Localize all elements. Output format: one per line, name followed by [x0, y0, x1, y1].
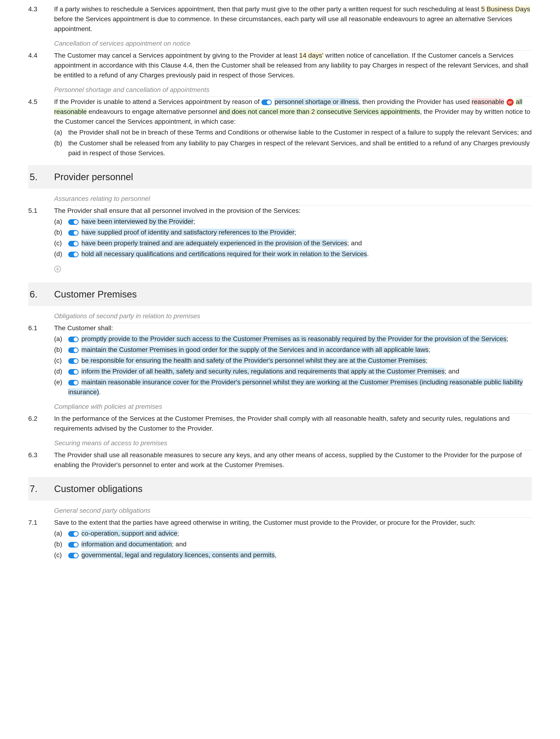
text: The Customer may cancel a [54, 52, 138, 59]
sub-clause-c: (c) governmental, legal and regulatory l… [54, 550, 532, 560]
optional-phrase[interactable]: and does not cancel more than 2 consecut… [219, 108, 420, 115]
or-badge-icon[interactable]: or [507, 99, 514, 106]
defined-term-charges[interactable]: Charges [230, 139, 255, 147]
clause-4-4: 4.4 The Customer may cancel a Services a… [28, 50, 532, 80]
sub-clause-a: (a) promptly provide to the Provider suc… [54, 334, 532, 344]
sub-clause-list: (a) have been interviewed by the Provide… [54, 216, 532, 259]
editable-field-days[interactable]: 5 Business Days [481, 5, 530, 13]
defined-term-customer-premises[interactable]: Customer Premises [119, 346, 177, 353]
alternative-option-a[interactable]: reasonable [471, 98, 504, 105]
optional-text[interactable]: information and documentation [82, 541, 172, 548]
optional-text[interactable]: promptly provide to the Provider such ac… [82, 335, 507, 342]
sub-letter: (c) [54, 238, 68, 248]
defined-term-services[interactable]: Services [158, 98, 183, 106]
toggle-switch[interactable] [68, 336, 79, 342]
editable-field-count[interactable]: 2 [311, 108, 315, 116]
optional-text[interactable]: have been properly trained and are adequ… [82, 240, 347, 247]
defined-term-customer-premises[interactable]: Customer Premises [54, 289, 137, 300]
text: previously paid in respect of those [164, 71, 268, 79]
text: appointments [379, 108, 420, 115]
optional-text[interactable]: have supplied proof of identity and sati… [82, 229, 295, 236]
toggle-switch[interactable] [68, 553, 79, 558]
add-clause-icon[interactable] [54, 266, 61, 273]
sub-clause-a: (a) have been interviewed by the Provide… [54, 216, 532, 227]
optional-text[interactable]: personnel shortage or illness [275, 98, 359, 105]
toggle-switch[interactable] [68, 542, 79, 548]
optional-text[interactable]: maintain reasonable insurance cover for … [68, 379, 523, 396]
clause-5-1: 5.1 The Provider shall ensure that all p… [28, 206, 532, 259]
defined-term-services[interactable]: Services [342, 250, 367, 258]
text: and does not cancel more than [219, 108, 311, 115]
optional-text[interactable]: inform the Provider of all health, safet… [82, 367, 445, 375]
defined-term-services[interactable]: Services [487, 15, 512, 23]
toggle-switch[interactable] [68, 219, 79, 225]
text: appointment is due to commence. In these… [111, 15, 487, 23]
sub-letter: (b) [54, 539, 68, 549]
defined-term-services[interactable]: Services [138, 149, 163, 157]
defined-term-customer-premises[interactable]: Customer Premises [360, 379, 418, 386]
section-header-7: 7. Customer obligations [28, 477, 532, 500]
optional-text[interactable]: maintain the Customer Premises in good o… [82, 346, 428, 353]
defined-term-customer-premises[interactable]: Customer Premises [233, 335, 291, 343]
toggle-switch[interactable] [68, 369, 79, 375]
text: ; [177, 530, 179, 537]
text: promptly provide to the Provider such ac… [82, 335, 233, 342]
defined-term-customer-premises[interactable]: Customer Premises [175, 415, 233, 422]
optional-text[interactable]: be responsible for ensuring the health a… [82, 357, 426, 364]
defined-term-clause-ref[interactable]: this Clause 4.4 [149, 61, 192, 69]
sub-body: promptly provide to the Provider such ac… [68, 334, 532, 344]
defined-term-services[interactable]: Services [492, 129, 517, 136]
defined-term-services[interactable]: Services [273, 207, 299, 214]
defined-term-services[interactable]: Services [138, 52, 163, 59]
text: appointment by reason of [183, 98, 261, 105]
defined-term-customer-premises[interactable]: Customer Premises [387, 367, 445, 375]
text: ; and [347, 240, 362, 247]
defined-term-services[interactable]: Services [130, 415, 155, 422]
optional-text[interactable]: have been interviewed by the Provider [82, 218, 193, 225]
defined-term-services[interactable]: Services [354, 108, 379, 116]
toggle-switch[interactable] [68, 241, 79, 247]
toggle-switch[interactable] [261, 100, 272, 105]
optional-text[interactable]: hold all necessary qualifications and ce… [82, 250, 367, 258]
defined-term-customer-premises[interactable]: Customer Premises [225, 461, 282, 469]
toggle-switch[interactable] [68, 380, 79, 386]
text: appointment, in which case: [153, 118, 236, 125]
toggle-switch[interactable] [68, 230, 79, 236]
defined-term-charges[interactable]: Charges [373, 61, 397, 69]
clause-7-1: 7.1 Save to the extent that the parties … [28, 518, 532, 560]
defined-term-services[interactable]: Services [150, 5, 175, 13]
defined-term-charges[interactable]: Charges [140, 71, 164, 79]
sub-letter: (b) [54, 138, 68, 158]
clause-6-1: 6.1 The Customer shall: (a) promptly pro… [28, 323, 532, 397]
clause-number: 6.2 [28, 414, 54, 433]
defined-term-services[interactable]: Services [473, 61, 498, 69]
defined-term-services[interactable]: Services [268, 71, 293, 79]
text: . [163, 149, 165, 157]
optional-text[interactable]: co-operation, support and advice [82, 530, 177, 537]
clause-body: The Customer shall: (a) promptly provide… [54, 323, 532, 397]
defined-term-customer-premises[interactable]: Customer Premises [368, 357, 426, 364]
section-header-5: 5. Provider personnel [28, 165, 532, 189]
sub-body: have been properly trained and are adequ… [68, 238, 532, 248]
defined-term-services[interactable]: Services [481, 335, 506, 343]
defined-term-services[interactable]: Services [279, 346, 304, 353]
section-title: Customer Premises [54, 287, 137, 301]
defined-term-services[interactable]: Services [322, 240, 347, 247]
toggle-switch[interactable] [68, 358, 79, 364]
defined-term-services[interactable]: Services [86, 15, 111, 23]
document-page: 4.3 If a party wishes to reschedule a Se… [0, 0, 560, 573]
defined-term-services[interactable]: Services [488, 52, 514, 59]
toggle-switch[interactable] [68, 531, 79, 537]
clause-annotation: Obligations of second party in relation … [54, 310, 532, 321]
text: maintain reasonable insurance cover for … [82, 379, 360, 386]
text: . [293, 71, 295, 79]
toggle-switch[interactable] [68, 347, 79, 353]
toggle-switch[interactable] [68, 252, 79, 257]
sub-letter: (a) [54, 529, 68, 538]
defined-term-charges[interactable]: Charges [473, 139, 498, 147]
sub-body: the Customer shall be released from any … [68, 138, 532, 158]
defined-term-services[interactable]: Services [331, 139, 356, 147]
editable-field-notice-period[interactable]: 14 days' [299, 52, 323, 59]
optional-text[interactable]: governmental, legal and regulatory licen… [82, 551, 275, 559]
defined-term-services[interactable]: Services [127, 118, 152, 125]
